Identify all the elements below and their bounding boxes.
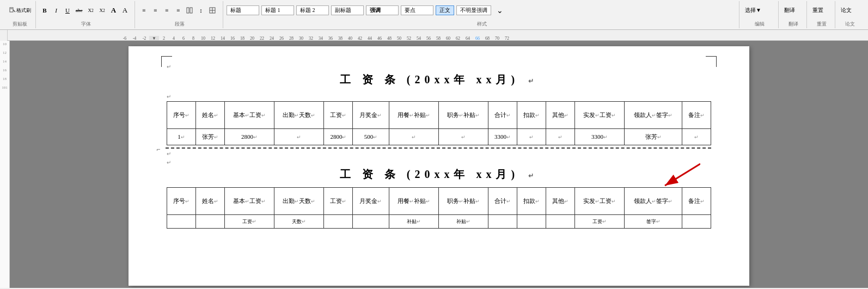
red-arrow-container <box>657 158 700 193</box>
bold-button[interactable]: B <box>39 4 50 16</box>
corner-mark-tl <box>161 56 172 67</box>
col-meal: 用餐↵补贴↵ <box>389 102 438 129</box>
clipboard-content: 格式刷 <box>7 1 33 21</box>
cell2-sig-partial: 签字↵ <box>625 215 682 229</box>
cell-return: ↵ <box>700 199 705 204</box>
col-seq: 序号↵ <box>167 102 196 129</box>
col2-bonus: 月奖金↵ <box>353 188 389 215</box>
style-heading2[interactable]: 标题 2 <box>296 5 329 15</box>
cell-return: ↵ <box>656 219 661 224</box>
align-justify-button[interactable]: ≡ <box>173 4 184 16</box>
cell-return: ↵ <box>506 113 511 118</box>
col-remark: 备注↵ <box>682 102 711 129</box>
superscript-button[interactable]: X2 <box>85 4 96 16</box>
cell2-seq-partial <box>167 215 196 229</box>
red-arrow-svg <box>657 158 700 191</box>
translate-button[interactable]: 翻译 <box>782 4 797 16</box>
col-bonus: 月奖金↵ <box>353 102 389 129</box>
ruler-scale: -6 -4 -2 ▼ 2 4 6 8 10 12 14 16 18 20 22 … <box>8 30 512 41</box>
paper-section: 论文 论文 <box>836 1 864 28</box>
cell-return: ↵ <box>417 219 421 224</box>
ruler-mark: 38 <box>335 36 345 41</box>
cell-return: ↵ <box>700 113 705 118</box>
ruler-mark: 26 <box>277 36 286 41</box>
cell-seq-1: 1↵ <box>167 129 196 145</box>
paper-button[interactable]: 论文 <box>839 4 854 16</box>
ruler-mark: 50 <box>394 36 404 41</box>
align-center-button[interactable]: ≡ <box>150 4 161 16</box>
left-ruler-mark: 16 <box>3 68 7 72</box>
ruler-mark: 30 <box>296 36 306 41</box>
style-subtitle[interactable]: 副标题 <box>331 5 364 15</box>
ruler-mark: 40 <box>345 36 355 41</box>
style-normal[interactable]: 标题 <box>227 5 259 15</box>
cell-return: ↵ <box>261 113 266 118</box>
format-painter-button[interactable]: 格式刷 <box>7 4 33 16</box>
column-button[interactable] <box>184 4 195 16</box>
style-emphasis[interactable]: 强调 <box>366 5 399 15</box>
editing-section: 选择▼ 编辑 <box>741 1 779 28</box>
ruler-mark: 32 <box>306 36 316 41</box>
document-area: ↵ 工 资 条 (20xx年 xx月) ↵ ↵ 序号↵ 姓名↵ 基本↵工资↵ 出… <box>10 41 868 288</box>
cell-return: ↵ <box>245 199 249 204</box>
col2-total: 合计↵ <box>488 188 517 215</box>
style-keypoint[interactable]: 要点 <box>401 5 433 15</box>
cell-bonus-1: 500↵ <box>353 129 389 145</box>
cell-return: ↵ <box>342 113 346 118</box>
cell-deduct-1: ↵ <box>517 129 546 145</box>
col2-seq: 序号↵ <box>167 188 196 215</box>
svg-rect-3 <box>187 8 189 13</box>
border-button[interactable] <box>207 4 218 16</box>
col2-name: 姓名↵ <box>195 188 224 215</box>
cell2-meal-partial: 补贴↵ <box>389 215 438 229</box>
cell-remark-1: ↵ <box>682 129 711 145</box>
format-painter-icon <box>9 7 16 14</box>
italic-button[interactable]: I <box>51 4 62 16</box>
para-mark-4: ↵ <box>167 158 711 167</box>
ruler-mark: 60 <box>443 36 453 41</box>
highlight-color-group: A <box>120 4 131 16</box>
style-heading1[interactable]: 标题 1 <box>261 5 294 15</box>
salary-table-2: 序号↵ 姓名↵ 基本↵工资↵ 出勤↵天数↵ 工资↵ 月奖金↵ 用餐↵补贴↵ 职务… <box>167 187 711 229</box>
highlight-button[interactable]: A <box>120 4 131 16</box>
col2-salary: 工资↵ <box>324 188 353 215</box>
left-ruler-mark: 14 <box>3 59 7 64</box>
left-ruler-mark: 101 <box>2 85 8 90</box>
cell2-attend-partial: 天数↵ <box>274 215 324 229</box>
reset-content: 重置 <box>810 1 833 21</box>
cell-return: ↵ <box>185 113 190 118</box>
format-painter-label: 格式刷 <box>16 7 31 14</box>
font-color-button[interactable]: A <box>108 4 119 16</box>
ruler-mark: 2 <box>159 36 169 41</box>
strikethrough-button[interactable]: abc <box>74 4 85 16</box>
clipboard-section: 格式刷 剪贴板 <box>4 1 36 28</box>
cell-return: ↵ <box>564 113 569 118</box>
paper-content: 论文 <box>839 1 861 21</box>
underline-button[interactable]: U <box>62 4 73 16</box>
cell-return: ↵ <box>214 113 218 118</box>
cell-return: ↵ <box>373 134 377 140</box>
align-left-button[interactable]: ≡ <box>138 4 149 16</box>
reset-button[interactable]: 重置 <box>810 4 826 16</box>
styles-expand-button[interactable]: ⌄ <box>494 4 505 16</box>
svg-rect-1 <box>10 8 13 9</box>
cell-return: ↵ <box>535 199 540 204</box>
paper-label: 论文 <box>839 21 861 28</box>
align-right-button[interactable]: ≡ <box>161 4 172 16</box>
cell2-base-partial: 工资↵ <box>224 215 274 229</box>
col-attendance: 出勤↵天数↵ <box>274 102 324 129</box>
font-section: B I U abc X2 X2 A A 字体 <box>37 1 135 28</box>
cell2-total-partial <box>488 215 517 229</box>
cell-name-1: 张芳↵ <box>195 129 224 145</box>
para-mark-2: ↵ <box>167 93 711 101</box>
ruler-mark: 58 <box>433 36 443 41</box>
cell-return: ↵ <box>214 199 218 204</box>
subscript-button[interactable]: X2 <box>97 4 108 16</box>
line-spacing-button[interactable]: ↕ <box>195 4 206 16</box>
style-subtle[interactable]: 不明显强调 <box>456 5 491 15</box>
cell-return: ↵ <box>214 134 218 140</box>
style-body[interactable]: 正文 <box>436 5 454 15</box>
document-page: ↵ 工 资 条 (20xx年 xx月) ↵ ↵ 序号↵ 姓名↵ 基本↵工资↵ 出… <box>129 46 749 286</box>
ruler-mark: 6 <box>179 36 188 41</box>
select-button[interactable]: 选择▼ <box>743 4 763 16</box>
